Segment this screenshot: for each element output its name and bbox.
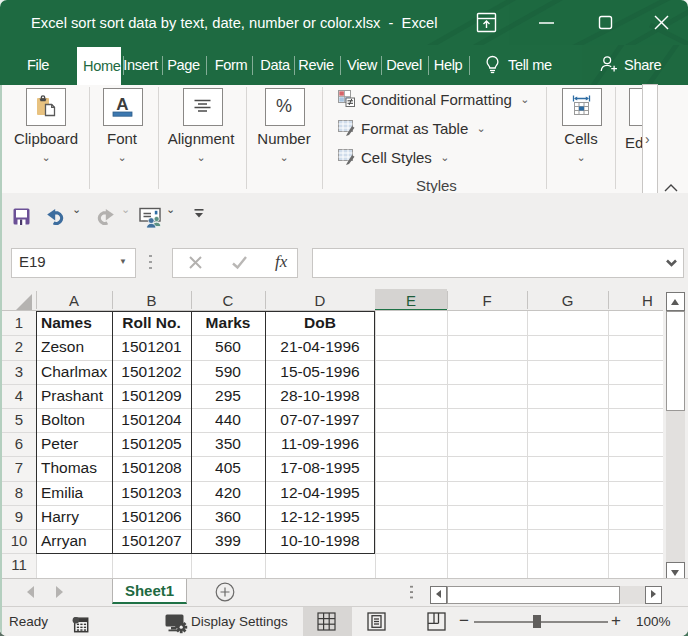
svg-text:A: A <box>116 95 128 114</box>
